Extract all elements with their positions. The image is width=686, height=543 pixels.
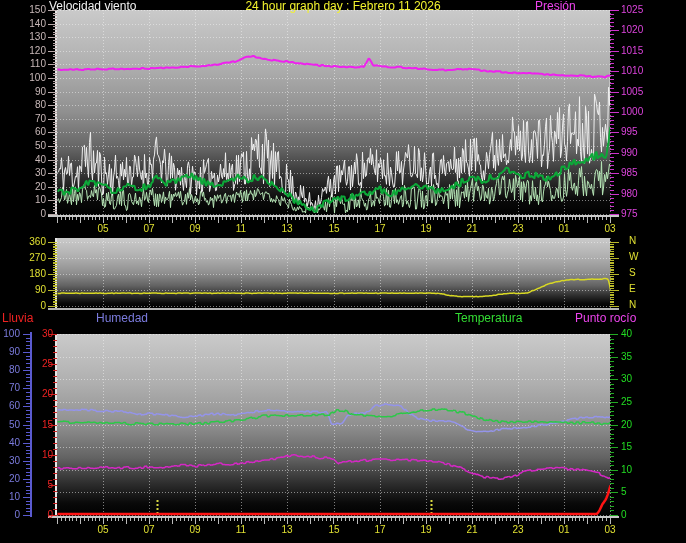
x-axis-label: 15: [322, 525, 346, 535]
compass-letter: E: [629, 284, 643, 294]
x-axis-label: 05: [91, 525, 115, 535]
x-axis-label: 15: [322, 224, 346, 234]
wind-axis-tick-label: 90: [22, 87, 46, 97]
pressure-axis-tick-label: 990: [621, 148, 651, 158]
x-axis-label: 07: [137, 525, 161, 535]
x-axis-label: 17: [368, 224, 392, 234]
temperature-axis-tick-label: 25: [621, 397, 647, 407]
humidity-axis-tick-label: 40: [0, 438, 20, 448]
temperature-axis-tick-label: 30: [621, 374, 647, 384]
temperature-axis-tick-label: 40: [621, 329, 647, 339]
dew-point-title: Punto rocío: [575, 312, 636, 325]
direction-axis-tick-label: 180: [22, 269, 46, 279]
weather-graph-window: Velocidad viento 24 hour graph day : Feb…: [0, 0, 686, 543]
pressure-title: Presión: [535, 0, 576, 13]
x-axis-label: 17: [368, 525, 392, 535]
temperature-title: Temperatura: [455, 312, 522, 325]
x-axis-label: 01: [552, 525, 576, 535]
x-axis-label: 13: [275, 224, 299, 234]
rain-axis-tick-label: 30: [31, 329, 53, 339]
humidity-axis-tick-label: 30: [0, 456, 20, 466]
temperature-axis-tick-label: 20: [621, 420, 647, 430]
x-axis-label: 23: [506, 224, 530, 234]
pressure-axis-tick-label: 995: [621, 127, 651, 137]
compass-letter: N: [629, 300, 643, 310]
wind-axis-tick-label: 50: [22, 141, 46, 151]
rain-axis-tick-label: 20: [31, 389, 53, 399]
x-axis-label: 03: [598, 525, 622, 535]
compass-letter: S: [629, 268, 643, 278]
rain-axis-tick-label: 10: [31, 450, 53, 460]
rain-title: Lluvia: [2, 312, 33, 325]
x-axis-label: 03: [598, 224, 622, 234]
x-axis-label: 07: [137, 224, 161, 234]
temperature-axis-tick-label: 15: [621, 442, 647, 452]
direction-axis-tick-label: 270: [22, 253, 46, 263]
humidity-axis-tick-label: 10: [0, 492, 20, 502]
compass-letter: N: [629, 236, 643, 246]
x-axis-label: 19: [414, 525, 438, 535]
humidity-title: Humedad: [96, 312, 148, 325]
humidity-axis-tick-label: 60: [0, 401, 20, 411]
graph-title: 24 hour graph day : Febrero 11 2026: [0, 0, 686, 13]
rain-axis-tick-label: 0: [31, 510, 53, 520]
rain-axis-tick-label: 25: [31, 359, 53, 369]
wind-axis-tick-label: 100: [22, 73, 46, 83]
temperature-axis-tick-label: 5: [621, 487, 647, 497]
x-axis-label: 05: [91, 224, 115, 234]
x-axis-label: 09: [183, 525, 207, 535]
x-axis-label: 13: [275, 525, 299, 535]
wind-axis-tick-label: 140: [22, 19, 46, 29]
humidity-axis-tick-label: 0: [0, 510, 20, 520]
charts-canvas: [0, 0, 686, 543]
humidity-axis-tick-label: 80: [0, 365, 20, 375]
direction-axis-tick-label: 0: [22, 301, 46, 311]
temperature-axis-tick-label: 0: [621, 510, 647, 520]
x-axis-label: 21: [460, 224, 484, 234]
humidity-axis-tick-label: 50: [0, 420, 20, 430]
wind-axis-tick-label: 70: [22, 114, 46, 124]
wind-axis-tick-label: 0: [22, 209, 46, 219]
direction-axis-tick-label: 90: [22, 285, 46, 295]
direction-axis-tick-label: 360: [22, 237, 46, 247]
pressure-axis-tick-label: 1020: [621, 25, 651, 35]
wind-axis-tick-label: 30: [22, 168, 46, 178]
pressure-axis-tick-label: 1000: [621, 107, 651, 117]
wind-axis-tick-label: 120: [22, 46, 46, 56]
pressure-axis-tick-label: 1015: [621, 46, 651, 56]
wind-axis-tick-label: 130: [22, 32, 46, 42]
wind-axis-tick-label: 40: [22, 155, 46, 165]
x-axis-label: 09: [183, 224, 207, 234]
humidity-axis-tick-label: 90: [0, 347, 20, 357]
pressure-axis-tick-label: 985: [621, 168, 651, 178]
x-axis-label: 11: [229, 224, 253, 234]
pressure-axis-tick-label: 1010: [621, 66, 651, 76]
humidity-axis-tick-label: 20: [0, 474, 20, 484]
wind-axis-tick-label: 60: [22, 127, 46, 137]
pressure-axis-tick-label: 975: [621, 209, 651, 219]
x-axis-label: 21: [460, 525, 484, 535]
wind-axis-tick-label: 80: [22, 100, 46, 110]
pressure-axis-tick-label: 1005: [621, 87, 651, 97]
wind-axis-tick-label: 150: [22, 5, 46, 15]
pressure-axis-tick-label: 1025: [621, 5, 651, 15]
temperature-axis-tick-label: 35: [621, 352, 647, 362]
x-axis-label: 11: [229, 525, 253, 535]
humidity-axis-tick-label: 70: [0, 383, 20, 393]
wind-axis-tick-label: 20: [22, 182, 46, 192]
wind-axis-tick-label: 10: [22, 195, 46, 205]
x-axis-label: 19: [414, 224, 438, 234]
pressure-axis-tick-label: 980: [621, 189, 651, 199]
rain-axis-tick-label: 15: [31, 420, 53, 430]
humidity-axis-tick-label: 100: [0, 329, 20, 339]
wind-axis-tick-label: 110: [22, 59, 46, 69]
compass-letter: W: [629, 252, 643, 262]
temperature-axis-tick-label: 10: [621, 465, 647, 475]
x-axis-label: 23: [506, 525, 530, 535]
x-axis-label: 01: [552, 224, 576, 234]
rain-axis-tick-label: 5: [31, 480, 53, 490]
